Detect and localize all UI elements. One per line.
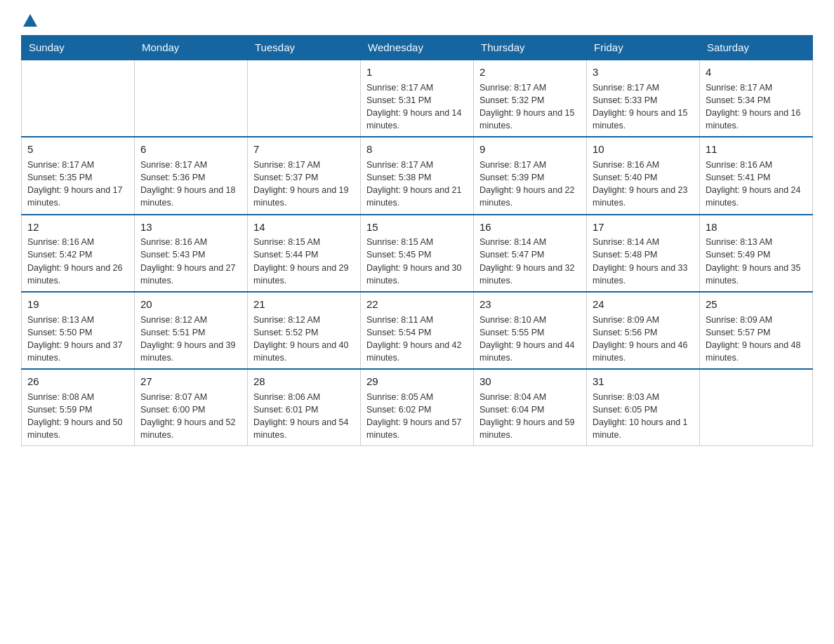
sunrise-text: Sunrise: 8:09 AM — [706, 315, 772, 325]
daylight-text: Daylight: 9 hours and 22 minutes. — [479, 185, 575, 208]
day-number: 1 — [366, 65, 468, 80]
calendar-cell: 19Sunrise: 8:13 AMSunset: 5:50 PMDayligh… — [22, 292, 135, 369]
day-number: 8 — [366, 142, 468, 157]
calendar-cell: 28Sunrise: 8:06 AMSunset: 6:01 PMDayligh… — [248, 369, 361, 446]
calendar-cell: 1Sunrise: 8:17 AMSunset: 5:31 PMDaylight… — [361, 60, 474, 137]
sunrise-text: Sunrise: 8:17 AM — [706, 83, 772, 93]
sunrise-text: Sunrise: 8:12 AM — [253, 315, 320, 325]
calendar-cell: 22Sunrise: 8:11 AMSunset: 5:54 PMDayligh… — [361, 292, 474, 369]
daylight-text: Daylight: 9 hours and 35 minutes. — [706, 263, 801, 286]
day-number: 22 — [366, 297, 468, 312]
day-number: 12 — [27, 220, 128, 235]
sunrise-text: Sunrise: 8:14 AM — [479, 237, 546, 247]
sunrise-text: Sunrise: 8:14 AM — [593, 237, 659, 247]
sunrise-text: Sunrise: 8:03 AM — [593, 392, 659, 402]
day-number: 3 — [593, 65, 694, 80]
sunset-text: Sunset: 5:47 PM — [479, 250, 544, 260]
sunrise-text: Sunrise: 8:17 AM — [253, 160, 320, 170]
daylight-text: Daylight: 9 hours and 57 minutes. — [366, 417, 462, 440]
sunset-text: Sunset: 5:54 PM — [366, 328, 431, 337]
daylight-text: Daylight: 10 hours and 1 minute. — [593, 417, 688, 440]
calendar-cell: 7Sunrise: 8:17 AMSunset: 5:37 PMDaylight… — [248, 137, 361, 214]
day-number: 18 — [706, 220, 807, 235]
sunset-text: Sunset: 5:32 PM — [479, 95, 544, 105]
calendar-cell: 5Sunrise: 8:17 AMSunset: 5:35 PMDaylight… — [22, 137, 135, 214]
sunrise-text: Sunrise: 8:09 AM — [593, 315, 659, 325]
sunrise-text: Sunrise: 8:17 AM — [27, 160, 94, 170]
day-number: 30 — [479, 374, 581, 389]
sunset-text: Sunset: 6:04 PM — [479, 405, 544, 415]
calendar-header-wednesday: Wednesday — [361, 36, 474, 60]
calendar-cell — [135, 60, 248, 137]
daylight-text: Daylight: 9 hours and 46 minutes. — [593, 340, 688, 363]
sunrise-text: Sunrise: 8:16 AM — [593, 160, 659, 170]
logo-triangle-icon — [23, 14, 37, 27]
sunset-text: Sunset: 5:36 PM — [140, 173, 205, 182]
daylight-text: Daylight: 9 hours and 24 minutes. — [706, 185, 801, 208]
daylight-text: Daylight: 9 hours and 48 minutes. — [706, 340, 801, 363]
day-number: 17 — [593, 220, 694, 235]
day-number: 21 — [253, 297, 355, 312]
sunset-text: Sunset: 5:51 PM — [140, 328, 205, 337]
day-number: 2 — [479, 65, 581, 80]
sunrise-text: Sunrise: 8:17 AM — [140, 160, 207, 170]
sunset-text: Sunset: 5:43 PM — [140, 250, 205, 260]
calendar-cell — [248, 60, 361, 137]
sunrise-text: Sunrise: 8:16 AM — [27, 237, 94, 247]
calendar-header-saturday: Saturday — [700, 36, 813, 60]
calendar-header-sunday: Sunday — [22, 36, 135, 60]
sunrise-text: Sunrise: 8:12 AM — [140, 315, 207, 325]
sunset-text: Sunset: 5:48 PM — [593, 250, 657, 260]
day-number: 7 — [253, 142, 355, 157]
sunset-text: Sunset: 5:44 PM — [253, 250, 318, 260]
calendar-week-row-3: 12Sunrise: 8:16 AMSunset: 5:42 PMDayligh… — [22, 215, 813, 292]
sunrise-text: Sunrise: 8:04 AM — [479, 392, 546, 402]
daylight-text: Daylight: 9 hours and 14 minutes. — [366, 108, 462, 130]
daylight-text: Daylight: 9 hours and 39 minutes. — [140, 340, 236, 363]
calendar-cell: 14Sunrise: 8:15 AMSunset: 5:44 PMDayligh… — [248, 215, 361, 292]
calendar-cell: 25Sunrise: 8:09 AMSunset: 5:57 PMDayligh… — [700, 292, 813, 369]
sunset-text: Sunset: 5:34 PM — [706, 95, 770, 105]
calendar-week-row-2: 5Sunrise: 8:17 AMSunset: 5:35 PMDaylight… — [22, 137, 813, 214]
sunset-text: Sunset: 5:49 PM — [706, 250, 770, 260]
daylight-text: Daylight: 9 hours and 23 minutes. — [593, 185, 688, 208]
calendar-cell: 6Sunrise: 8:17 AMSunset: 5:36 PMDaylight… — [135, 137, 248, 214]
calendar-cell: 29Sunrise: 8:05 AMSunset: 6:02 PMDayligh… — [361, 369, 474, 446]
calendar-cell: 2Sunrise: 8:17 AMSunset: 5:32 PMDaylight… — [474, 60, 587, 137]
sunset-text: Sunset: 5:41 PM — [706, 173, 770, 182]
sunrise-text: Sunrise: 8:13 AM — [706, 237, 772, 247]
calendar-week-row-1: 1Sunrise: 8:17 AMSunset: 5:31 PMDaylight… — [22, 60, 813, 137]
sunrise-text: Sunrise: 8:15 AM — [366, 237, 433, 247]
day-number: 5 — [27, 142, 128, 157]
sunrise-text: Sunrise: 8:16 AM — [140, 237, 207, 247]
day-number: 20 — [140, 297, 241, 312]
day-number: 14 — [253, 220, 355, 235]
daylight-text: Daylight: 9 hours and 52 minutes. — [140, 417, 236, 440]
sunset-text: Sunset: 6:05 PM — [593, 405, 657, 415]
daylight-text: Daylight: 9 hours and 33 minutes. — [593, 263, 688, 286]
calendar-cell: 13Sunrise: 8:16 AMSunset: 5:43 PMDayligh… — [135, 215, 248, 292]
calendar-header-monday: Monday — [135, 36, 248, 60]
sunset-text: Sunset: 5:56 PM — [593, 328, 657, 337]
calendar-week-row-4: 19Sunrise: 8:13 AMSunset: 5:50 PMDayligh… — [22, 292, 813, 369]
day-number: 31 — [593, 374, 694, 389]
daylight-text: Daylight: 9 hours and 18 minutes. — [140, 185, 236, 208]
sunrise-text: Sunrise: 8:11 AM — [366, 315, 433, 325]
sunrise-text: Sunrise: 8:17 AM — [479, 160, 546, 170]
day-number: 26 — [27, 374, 128, 389]
sunset-text: Sunset: 5:39 PM — [479, 173, 544, 182]
daylight-text: Daylight: 9 hours and 15 minutes. — [479, 108, 575, 130]
calendar-header-thursday: Thursday — [474, 36, 587, 60]
daylight-text: Daylight: 9 hours and 17 minutes. — [27, 185, 123, 208]
calendar-header-row: SundayMondayTuesdayWednesdayThursdayFrid… — [22, 36, 813, 60]
day-number: 11 — [706, 142, 807, 157]
calendar-cell: 23Sunrise: 8:10 AMSunset: 5:55 PMDayligh… — [474, 292, 587, 369]
sunrise-text: Sunrise: 8:15 AM — [253, 237, 320, 247]
day-number: 6 — [140, 142, 241, 157]
daylight-text: Daylight: 9 hours and 27 minutes. — [140, 263, 236, 286]
sunset-text: Sunset: 5:33 PM — [593, 95, 657, 105]
calendar-cell: 26Sunrise: 8:08 AMSunset: 5:59 PMDayligh… — [22, 369, 135, 446]
day-number: 29 — [366, 374, 468, 389]
daylight-text: Daylight: 9 hours and 59 minutes. — [479, 417, 575, 440]
logo — [21, 14, 37, 28]
